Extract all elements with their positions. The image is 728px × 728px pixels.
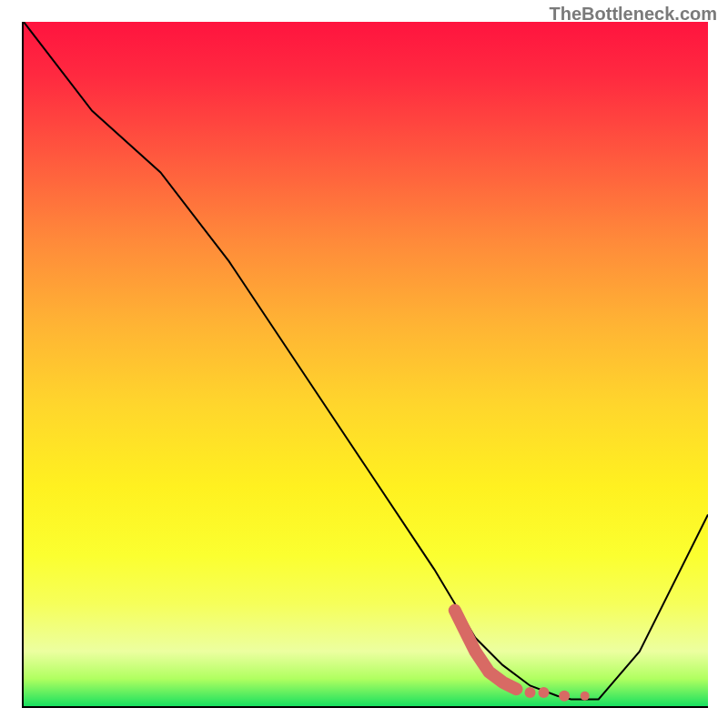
plot-area	[22, 22, 708, 708]
svg-point-3	[581, 692, 590, 701]
curve-line	[24, 22, 708, 700]
svg-point-1	[538, 687, 549, 698]
chart-svg	[24, 22, 708, 706]
svg-point-0	[525, 687, 536, 698]
watermark-text: TheBottleneck.com	[550, 4, 717, 25]
svg-point-2	[559, 691, 570, 702]
chart-container: TheBottleneck.com	[0, 0, 728, 728]
highlight-series	[455, 611, 590, 702]
